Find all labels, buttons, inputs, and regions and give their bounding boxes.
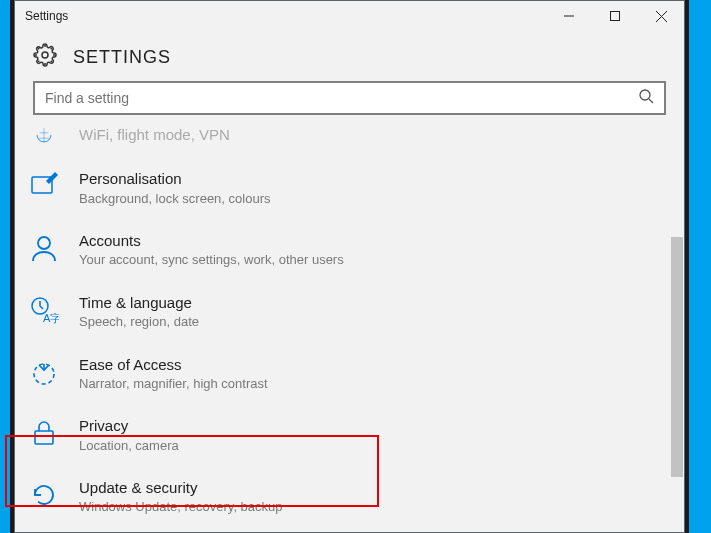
globe-icon bbox=[27, 125, 61, 143]
category-item-ease-of-access[interactable]: Ease of Access Narrator, magnifier, high… bbox=[15, 343, 670, 405]
privacy-icon bbox=[27, 416, 61, 448]
time-language-icon: A字 bbox=[27, 293, 61, 325]
category-subtitle: Your account, sync settings, work, other… bbox=[79, 251, 658, 269]
svg-point-1 bbox=[42, 52, 48, 58]
svg-rect-8 bbox=[35, 431, 53, 444]
category-title: Personalisation bbox=[79, 169, 658, 189]
gear-icon bbox=[33, 43, 57, 71]
minimize-button[interactable] bbox=[546, 1, 592, 31]
category-item-accounts[interactable]: Accounts Your account, sync settings, wo… bbox=[15, 219, 670, 281]
category-text: Update & security Windows Update, recove… bbox=[79, 478, 658, 516]
scrollbar-thumb[interactable] bbox=[671, 237, 683, 477]
update-security-icon bbox=[27, 478, 61, 510]
svg-point-4 bbox=[38, 237, 50, 249]
page-title: SETTINGS bbox=[73, 47, 171, 68]
search-wrap bbox=[15, 81, 684, 125]
close-button[interactable] bbox=[638, 1, 684, 31]
category-list-container: WiFi, flight mode, VPN Personalisation B… bbox=[15, 125, 684, 532]
category-item-privacy[interactable]: Privacy Location, camera bbox=[15, 404, 670, 466]
category-subtitle: Narrator, magnifier, high contrast bbox=[79, 375, 658, 393]
search-icon bbox=[638, 88, 654, 108]
category-subtitle: Windows Update, recovery, backup bbox=[79, 498, 658, 516]
category-title: Privacy bbox=[79, 416, 658, 436]
category-list: WiFi, flight mode, VPN Personalisation B… bbox=[15, 125, 670, 528]
category-title: WiFi, flight mode, VPN bbox=[79, 125, 658, 145]
category-title: Ease of Access bbox=[79, 355, 658, 375]
personalisation-icon bbox=[27, 169, 61, 201]
category-list-scroll: WiFi, flight mode, VPN Personalisation B… bbox=[15, 125, 670, 532]
svg-point-2 bbox=[640, 90, 650, 100]
scrollbar[interactable] bbox=[670, 125, 684, 532]
titlebar: Settings bbox=[15, 1, 684, 31]
minimize-icon bbox=[564, 11, 574, 21]
settings-window: Settings SETTINGS bbox=[14, 0, 685, 533]
category-item-time-language[interactable]: A字 Time & language Speech, region, date bbox=[15, 281, 670, 343]
category-text: Personalisation Background, lock screen,… bbox=[79, 169, 658, 207]
maximize-icon bbox=[610, 11, 620, 21]
window-controls bbox=[546, 1, 684, 31]
category-title: Accounts bbox=[79, 231, 658, 251]
category-item-network[interactable]: WiFi, flight mode, VPN bbox=[15, 125, 670, 157]
svg-text:A字: A字 bbox=[43, 312, 59, 324]
category-text: Accounts Your account, sync settings, wo… bbox=[79, 231, 658, 269]
category-title: Time & language bbox=[79, 293, 658, 313]
header: SETTINGS bbox=[15, 31, 684, 81]
category-subtitle: Location, camera bbox=[79, 437, 658, 455]
window-title: Settings bbox=[15, 9, 546, 23]
category-item-update-security[interactable]: Update & security Windows Update, recove… bbox=[15, 466, 670, 528]
search-box[interactable] bbox=[33, 81, 666, 115]
category-item-personalisation[interactable]: Personalisation Background, lock screen,… bbox=[15, 157, 670, 219]
close-icon bbox=[656, 11, 667, 22]
search-input[interactable] bbox=[45, 90, 638, 106]
accounts-icon bbox=[27, 231, 61, 263]
svg-rect-0 bbox=[611, 12, 620, 21]
ease-of-access-icon bbox=[27, 355, 61, 387]
category-text: Time & language Speech, region, date bbox=[79, 293, 658, 331]
maximize-button[interactable] bbox=[592, 1, 638, 31]
category-text: Ease of Access Narrator, magnifier, high… bbox=[79, 355, 658, 393]
category-title: Update & security bbox=[79, 478, 658, 498]
category-subtitle: Speech, region, date bbox=[79, 313, 658, 331]
category-text: Privacy Location, camera bbox=[79, 416, 658, 454]
category-subtitle: Background, lock screen, colours bbox=[79, 190, 658, 208]
category-text: WiFi, flight mode, VPN bbox=[79, 125, 658, 145]
